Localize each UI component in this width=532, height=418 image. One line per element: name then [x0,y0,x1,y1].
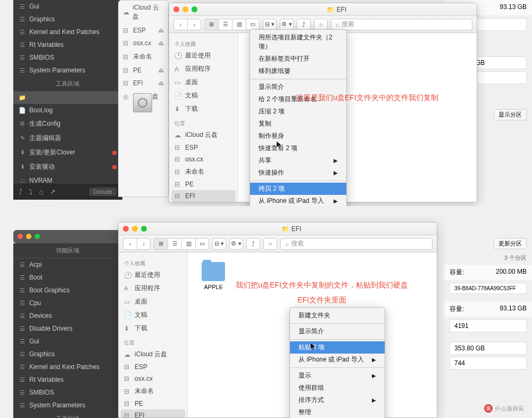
finder-sidebar-item[interactable]: 📄文稿 [119,308,187,322]
close-icon[interactable] [173,6,179,12]
show-partition-button[interactable]: 显示分区 [494,109,527,120]
finder-sidebar-item[interactable]: ⊟EFI [171,190,236,202]
finder-sidebar-item[interactable]: 🕐最近使用 [169,49,238,62]
menu-item[interactable]: 整理 [290,406,385,418]
behind-sidebar-item[interactable]: ⊟osx.cx⏏ [119,37,168,50]
finder-sidebar-item[interactable]: ⊟PE [119,398,187,409]
import-icon[interactable]: ⤵ [29,187,32,196]
maximize-icon[interactable] [35,234,40,239]
menu-item[interactable]: 显示▶ [290,370,385,382]
menu-item[interactable]: 在新标签页中打开 [250,53,346,65]
finder-sidebar-item[interactable]: A应用程序 [169,62,238,76]
menu-item[interactable]: 粘贴 2 项 [290,341,385,354]
menu-item[interactable]: 快速操作▶ [250,167,346,179]
behind-sidebar-item[interactable]: ☁iCloud 云盘 [119,1,168,24]
clover-item[interactable]: ☰Graphics [13,13,122,26]
minimize-icon[interactable] [182,6,188,12]
behind-sidebar-item[interactable]: ⊟未命名 [119,50,168,64]
clover-item[interactable]: ☰Rt Variables [13,38,122,51]
behind-sidebar-item[interactable]: ⊟EFI⏏ [119,77,168,89]
close-icon[interactable] [123,226,129,232]
view-list-button[interactable]: ☰ [218,19,232,30]
minimize-icon[interactable] [132,226,138,232]
share-button[interactable]: ⤴ [246,238,260,250]
clover-item[interactable]: ☰System Parameters [13,64,122,77]
view-gallery-button[interactable]: ▭ [195,238,209,250]
finder-sidebar-item[interactable]: ☁iCloud 云盘 [169,128,238,142]
view-gallery-button[interactable]: ▭ [246,19,260,30]
finder-sidebar-item[interactable]: ⬇下载 [169,102,238,116]
share-icon[interactable]: ↗ [49,187,56,196]
view-list-button[interactable]: ☰ [168,238,181,250]
clover-item[interactable]: ☰SMBIOS [13,51,122,64]
finder-sidebar-item[interactable]: ⊟osx.cx [119,373,187,384]
menu-item[interactable]: 从 iPhone 或 iPad 导入▶ [250,195,346,206]
home-icon[interactable]: ⌂ [39,187,43,196]
menu-item[interactable]: 显示简介 [250,81,346,93]
forward-button[interactable]: › [137,238,151,250]
maximize-icon[interactable] [141,226,147,232]
clover-item[interactable]: ☰Acpi [13,258,122,271]
close-icon[interactable] [18,234,23,239]
minimize-icon[interactable] [26,234,31,239]
traffic-lights[interactable] [123,226,147,232]
search-input[interactable]: ⌕搜索 [331,19,472,30]
forward-button[interactable]: › [187,19,201,30]
finder-sidebar-item[interactable]: ⊟PE [169,178,238,190]
menu-item[interactable]: 从 iPhone 或 iPad 导入▶ [290,354,385,366]
back-button[interactable]: ‹ [173,19,187,30]
finder-sidebar-item[interactable]: ▭桌面 [169,76,238,89]
action-button[interactable]: ⚙ ▾ [229,238,243,250]
group-button[interactable]: ⊟ ▾ [263,19,277,30]
finder-sidebar-item[interactable]: ⊟EFI [121,409,185,417]
clover-item[interactable]: ☰System Parameters [13,399,122,412]
clover-selected-item[interactable]: 📁 [13,92,122,104]
menu-item[interactable]: 拷贝 2 项 [250,183,346,195]
menu-item[interactable]: 排序方式▶ [290,394,385,406]
clover-item[interactable]: ⬇安装驱动 [13,160,122,174]
menu-item[interactable]: 制作替身 [250,130,346,142]
traffic-lights[interactable] [173,6,197,12]
tags-button[interactable]: ○ [314,19,328,30]
menu-item[interactable]: 快速查看 2 项 [250,142,346,154]
clover-item[interactable]: ☰Boot Graphics [13,284,122,297]
clover-item[interactable]: A文字模式 [13,201,122,206]
menu-item[interactable]: 移到废纸篓 [250,65,346,77]
share-button[interactable]: ⤴ [297,19,311,30]
clover-item[interactable]: ☰Rt Variables [13,373,122,386]
view-icon-button[interactable]: ⊞ [204,19,218,30]
finder-sidebar-item[interactable]: ⊟ESP [119,361,187,373]
clover-item[interactable]: ☰Graphics [13,348,122,360]
clover-item[interactable]: ☰Boot [13,271,122,284]
behind-sidebar-item[interactable]: ⊟PE⏏ [119,64,168,77]
donate-button[interactable]: Donate [89,187,117,196]
finder-sidebar-item[interactable]: ☁iCloud 云盘 [119,348,187,361]
finder-sidebar-item[interactable]: ⊟osx.cx [169,153,238,165]
clover-item[interactable]: ☰Kernel and Kext Patches [13,26,122,38]
finder-sidebar-item[interactable]: 📄文稿 [169,89,238,102]
menu-item[interactable]: 共享▶ [250,154,346,167]
finder-sidebar-item[interactable]: ▭桌面 [119,295,187,308]
clover-item[interactable]: 📄Boot.log [13,104,122,117]
menu-item[interactable]: 使用群组 [290,382,385,394]
menu-item[interactable]: 显示简介 [290,325,385,338]
finder-sidebar-item[interactable]: ⊟ESP [169,142,238,153]
action-button[interactable]: ⚙ ▾ [280,19,294,30]
tags-button[interactable]: ○ [263,238,277,250]
clover-item[interactable]: ☰Gui [13,335,122,348]
clover-item[interactable]: ✎主题编辑器 [13,131,122,145]
view-column-button[interactable]: ▥ [232,19,246,30]
search-input[interactable]: ⌕搜索 [280,238,433,250]
finder-sidebar-item[interactable]: ⊟未命名 [169,165,238,178]
clover-item[interactable]: ☰SMBIOS [13,386,122,399]
clover-item[interactable]: ☰Kernel and Kext Patches [13,360,122,373]
clover-item[interactable]: ☰Devices [13,309,122,322]
clover-item[interactable]: ⬇安装/更新Clover [13,145,122,160]
menu-item[interactable]: 用所选项目新建文件夹（2 项） [250,31,346,53]
finder-sidebar-item[interactable]: ⬇下载 [119,322,187,335]
group-button[interactable]: ⊟ ▾ [212,238,226,250]
finder-sidebar-item[interactable]: 🕐最近使用 [119,268,187,282]
menu-item[interactable]: 压缩 2 项 [250,105,346,118]
export-icon[interactable]: ⤴ [19,187,22,196]
clover-item[interactable]: ⚙生成Config [13,117,122,131]
